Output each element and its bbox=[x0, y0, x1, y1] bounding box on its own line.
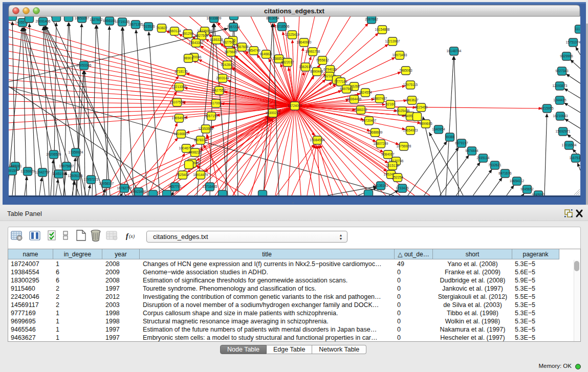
svg-text:1527602: 1527602 bbox=[90, 18, 103, 21]
svg-text:10756928: 10756928 bbox=[397, 144, 411, 148]
svg-text:15692971: 15692971 bbox=[556, 129, 571, 133]
svg-text:891295: 891295 bbox=[182, 32, 193, 35]
svg-text:(x): (x) bbox=[129, 233, 135, 239]
svg-text:9227343: 9227343 bbox=[555, 69, 569, 73]
svg-text:16107553: 16107553 bbox=[170, 100, 185, 104]
svg-text:7625402: 7625402 bbox=[176, 173, 189, 177]
svg-text:15751074: 15751074 bbox=[566, 40, 581, 44]
svg-text:19654925: 19654925 bbox=[172, 116, 187, 120]
svg-text:9115460: 9115460 bbox=[415, 105, 428, 109]
svg-text:10807487: 10807487 bbox=[373, 97, 387, 100]
svg-text:8454749: 8454749 bbox=[247, 49, 260, 52]
svg-text:8813054: 8813054 bbox=[266, 16, 279, 20]
svg-text:9084067: 9084067 bbox=[381, 152, 395, 156]
svg-text:16782759: 16782759 bbox=[117, 186, 132, 190]
svg-text:10973493: 10973493 bbox=[393, 53, 407, 57]
svg-text:98901: 98901 bbox=[184, 56, 193, 60]
svg-text:10653287: 10653287 bbox=[75, 16, 90, 20]
svg-text:18724007: 18724007 bbox=[288, 104, 302, 107]
svg-text:9899695: 9899695 bbox=[419, 122, 432, 125]
svg-text:2087682: 2087682 bbox=[365, 17, 378, 21]
svg-text:417006: 417006 bbox=[210, 101, 222, 105]
svg-text:12505135: 12505135 bbox=[68, 174, 83, 178]
svg-text:20091406: 20091406 bbox=[36, 19, 51, 23]
svg-text:12213369: 12213369 bbox=[172, 85, 187, 89]
svg-text:11156829: 11156829 bbox=[20, 169, 35, 173]
svg-text:16543362: 16543362 bbox=[189, 41, 204, 45]
svg-text:citations_edges.txt: citations_edges.txt bbox=[264, 7, 324, 15]
svg-text:16033809: 16033809 bbox=[207, 16, 222, 20]
svg-text:763822: 763822 bbox=[156, 26, 167, 30]
svg-text:8822017: 8822017 bbox=[281, 60, 294, 64]
svg-text:7955812: 7955812 bbox=[316, 58, 329, 62]
svg-text:12942757: 12942757 bbox=[35, 170, 50, 174]
svg-text:6794028: 6794028 bbox=[323, 68, 337, 71]
svg-text:10719155: 10719155 bbox=[115, 20, 130, 24]
svg-text:12923446: 12923446 bbox=[132, 190, 146, 193]
svg-text:16914479: 16914479 bbox=[193, 173, 208, 177]
svg-text:2803144: 2803144 bbox=[216, 76, 229, 80]
svg-text:9245652: 9245652 bbox=[520, 187, 534, 191]
svg-text:9146821: 9146821 bbox=[259, 52, 273, 56]
svg-text:16671355: 16671355 bbox=[128, 23, 143, 26]
svg-text:17359924: 17359924 bbox=[69, 150, 83, 154]
svg-text:12213967: 12213967 bbox=[385, 39, 400, 43]
svg-text:39159: 39159 bbox=[8, 169, 17, 172]
svg-text:7357224: 7357224 bbox=[227, 25, 240, 29]
svg-text:9777169: 9777169 bbox=[334, 80, 347, 83]
svg-text:8471676: 8471676 bbox=[498, 171, 512, 175]
svg-text:18640910: 18640910 bbox=[297, 40, 312, 44]
svg-text:3267150: 3267150 bbox=[205, 114, 218, 118]
svg-text:20053346: 20053346 bbox=[77, 63, 92, 67]
svg-text:1615132: 1615132 bbox=[386, 164, 399, 167]
svg-text:1362615: 1362615 bbox=[299, 65, 312, 69]
svg-text:1498222: 1498222 bbox=[188, 150, 202, 154]
svg-text:11325419: 11325419 bbox=[285, 33, 300, 36]
svg-text:8660124: 8660124 bbox=[168, 29, 181, 33]
svg-text:8186328: 8186328 bbox=[210, 38, 223, 41]
svg-text:7386372: 7386372 bbox=[354, 108, 367, 112]
svg-text:62160: 62160 bbox=[386, 102, 395, 106]
svg-text:9857791: 9857791 bbox=[168, 185, 182, 188]
svg-text:12093873: 12093873 bbox=[553, 84, 568, 87]
svg-text:3875685: 3875685 bbox=[224, 50, 237, 54]
svg-text:2935114: 2935114 bbox=[477, 156, 490, 160]
svg-text:16961758: 16961758 bbox=[306, 50, 320, 53]
svg-text:6497568: 6497568 bbox=[340, 87, 353, 91]
svg-text:7485063: 7485063 bbox=[399, 69, 412, 72]
svg-text:7632621: 7632621 bbox=[488, 163, 502, 167]
svg-text:8990448: 8990448 bbox=[310, 70, 323, 73]
svg-text:8878334: 8878334 bbox=[194, 138, 207, 142]
svg-text:19654923: 19654923 bbox=[403, 128, 418, 132]
svg-text:16148784: 16148784 bbox=[447, 49, 462, 53]
svg-text:20364436: 20364436 bbox=[347, 97, 362, 101]
svg-text:6879197: 6879197 bbox=[455, 141, 468, 145]
svg-text:14136141: 14136141 bbox=[374, 184, 388, 187]
svg-text:16210643: 16210643 bbox=[553, 114, 568, 118]
svg-text:9329966: 9329966 bbox=[560, 54, 573, 58]
svg-text:8427552: 8427552 bbox=[212, 89, 226, 92]
svg-text:15720407: 15720407 bbox=[362, 119, 377, 122]
svg-text:19218506: 19218506 bbox=[275, 25, 290, 28]
svg-text:9327506: 9327506 bbox=[222, 40, 235, 44]
svg-text:15300215: 15300215 bbox=[266, 111, 280, 115]
svg-text:12353594: 12353594 bbox=[199, 127, 213, 130]
svg-text:59388: 59388 bbox=[445, 135, 454, 139]
svg-text:17016504: 17016504 bbox=[562, 143, 577, 147]
svg-text:1640954: 1640954 bbox=[432, 127, 445, 131]
svg-text:1145194: 1145194 bbox=[53, 172, 66, 176]
svg-text:10654112: 10654112 bbox=[510, 179, 525, 183]
svg-text:7515526: 7515526 bbox=[142, 25, 155, 28]
svg-text:10688609: 10688609 bbox=[368, 130, 383, 134]
svg-text:20206526: 20206526 bbox=[47, 152, 61, 156]
svg-text:1244415: 1244415 bbox=[553, 98, 567, 102]
svg-text:15716485: 15716485 bbox=[203, 185, 217, 188]
svg-text:252254: 252254 bbox=[392, 176, 403, 179]
svg-text:3824554: 3824554 bbox=[359, 91, 372, 94]
svg-text:12975115: 12975115 bbox=[403, 83, 418, 86]
svg-text:3215955: 3215955 bbox=[540, 106, 554, 110]
svg-text:9827503: 9827503 bbox=[195, 34, 208, 37]
svg-text:16154808: 16154808 bbox=[375, 28, 390, 31]
svg-text:9463627: 9463627 bbox=[405, 98, 419, 102]
svg-text:6466160: 6466160 bbox=[103, 19, 116, 23]
